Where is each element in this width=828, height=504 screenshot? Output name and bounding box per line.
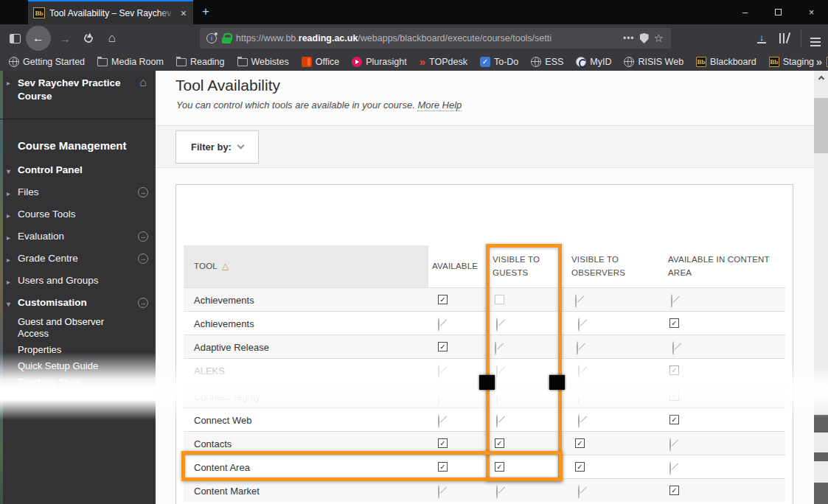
screenshot-tear-fade-left <box>0 352 156 420</box>
tab-close-icon[interactable]: × <box>179 8 188 18</box>
bookmark-label: MyID <box>590 57 611 67</box>
open-in-new-arrow-icon[interactable]: → <box>138 231 148 242</box>
new-tab-button[interactable]: + <box>202 4 209 19</box>
content_area-checkbox-checked[interactable]: ✓ <box>669 486 679 495</box>
available-checkbox-checked[interactable]: ✓ <box>438 342 448 351</box>
bookmark-label: To-Do <box>494 57 518 67</box>
sidebar-item-course-tools[interactable]: ▸Course Tools <box>0 203 156 225</box>
bookmark-label: RISIS Web <box>638 57 683 67</box>
triangle-right-icon[interactable]: ▸ <box>7 232 10 244</box>
triangle-right-icon[interactable]: ▸ <box>7 254 10 266</box>
available-checkbox-checked[interactable]: ✓ <box>438 295 448 304</box>
url-text[interactable]: https://www.bb.reading.ac.uk/webapps/bla… <box>236 33 618 43</box>
pocket-shield-icon[interactable] <box>640 33 649 43</box>
bookmarks-overflow-chevron[interactable]: » <box>816 55 822 68</box>
course-management-header: Course Management <box>18 139 156 152</box>
column-header-available-in-content-area: AVAILABLE IN CONTENT AREA <box>668 253 780 279</box>
sidebar-item-label: Course Tools <box>18 209 76 220</box>
bookmark-to-do[interactable]: ✓To-Do <box>480 57 518 67</box>
bookmark-risis-web[interactable]: RISIS Web <box>624 57 683 67</box>
table-row-achievements-1: Achievements✓ <box>184 311 785 335</box>
sidebar-toggle-button[interactable] <box>6 24 24 52</box>
reload-button[interactable] <box>80 24 97 52</box>
bookmark-ess[interactable]: ESS <box>531 57 563 67</box>
back-button[interactable]: ← <box>26 26 51 51</box>
open-in-new-arrow-icon[interactable]: → <box>138 187 148 197</box>
sidebar-item-evaluation[interactable]: ▸Evaluation→ <box>0 225 156 248</box>
bookmark-office[interactable]: Office <box>302 57 339 67</box>
library-button[interactable] <box>774 24 795 52</box>
triangle-right-icon[interactable]: ▸ <box>7 210 10 222</box>
bookmark-label: Getting Started <box>23 57 85 67</box>
forward-button[interactable]: → <box>56 24 74 52</box>
sidebar-item-control-panel[interactable]: ▾Control Panel <box>0 159 156 181</box>
bookmark-plurasight[interactable]: Plurasight <box>352 57 407 67</box>
available-not-available-icon <box>438 485 439 499</box>
content_area-not-available-icon <box>669 438 671 452</box>
available-checkbox-checked[interactable]: ✓ <box>438 438 448 448</box>
sidebar-toggle-icon <box>10 34 21 43</box>
highlight-box-content-area-row <box>181 451 563 481</box>
bookmark-webistes[interactable]: Webistes <box>237 57 289 67</box>
bookmark-reading[interactable]: Reading <box>176 57 225 67</box>
url-bar[interactable]: i https://www.bb.reading.ac.uk/webapps/b… <box>200 28 671 49</box>
sidebar-item-customisation[interactable]: ▾Customisation→ <box>0 292 156 314</box>
page-scrollbar[interactable] <box>814 71 828 504</box>
bookmark-topdesk[interactable]: »TOPdesk <box>420 57 467 67</box>
bookmark-star-icon[interactable]: ☆ <box>654 32 664 45</box>
triangle-down-icon[interactable]: ▾ <box>7 166 10 178</box>
observers-not-available-icon <box>577 341 578 355</box>
topdesk-icon: » <box>420 57 425 67</box>
bookmark-getting-started[interactable]: Getting Started <box>9 57 85 67</box>
menu-button[interactable] <box>805 24 826 52</box>
column-header-tool[interactable]: TOOL △ <box>194 259 229 273</box>
tab-title: Tool Availability – Sev Raychev <box>49 8 175 18</box>
bookmark-media-room[interactable]: Media Room <box>97 57 164 67</box>
course-sidebar: ▸ Sev Raychev Practice Course ⌂ Course M… <box>0 71 156 504</box>
sidebar-item-guest-and-observer-access[interactable]: Guest and Observer Access <box>0 314 156 342</box>
open-in-new-arrow-icon[interactable]: → <box>138 298 148 308</box>
scroll-up-button[interactable] <box>814 71 828 85</box>
more-help-link[interactable]: More Help <box>417 99 462 111</box>
downloads-button[interactable]: ↓ <box>752 24 771 52</box>
observers-checkbox-checked[interactable]: ✓ <box>575 438 585 448</box>
tab-tool-availability[interactable]: Bb Tool Availability – Sev Raychev × <box>28 0 193 24</box>
close-button[interactable]: × <box>795 0 828 24</box>
page-actions-icon[interactable]: ••• <box>623 33 635 43</box>
table-row-achievements-0: Achievements✓ <box>184 287 785 311</box>
triangle-right-icon[interactable]: ▸ <box>7 276 10 288</box>
minimize-button[interactable]: – <box>728 0 762 24</box>
sidebar-item-users-and-groups[interactable]: ▸Users and Groups <box>0 270 156 292</box>
scrollbar-thumb[interactable] <box>814 98 828 153</box>
course-home-icon[interactable]: ⌂ <box>139 76 147 89</box>
filter-by-dropdown[interactable]: Filter by: <box>175 130 259 164</box>
sort-ascending-icon[interactable]: △ <box>222 259 229 273</box>
triangle-right-icon[interactable]: ▸ <box>7 188 10 200</box>
https-lock-icon[interactable] <box>222 33 231 43</box>
sidebar-item-label: Files <box>18 186 39 197</box>
hamburger-icon <box>810 38 821 39</box>
myid-icon <box>576 57 586 67</box>
column-header-available: AVAILABLE <box>432 259 478 273</box>
pluralsight-icon <box>352 57 362 67</box>
maximize-button[interactable] <box>762 0 795 24</box>
sidebar-item-grade-centre[interactable]: ▸Grade Centre→ <box>0 248 156 270</box>
bookmark-myid[interactable]: MyID <box>576 57 611 67</box>
open-in-new-arrow-icon[interactable]: → <box>138 253 148 264</box>
bb-icon: Bb <box>696 57 706 67</box>
course-title[interactable]: Sev Raychev Practice Course <box>18 77 128 103</box>
content_area-checkbox-checked[interactable]: ✓ <box>669 318 679 328</box>
bookmark-blackboard[interactable]: BbBlackboard <box>696 57 756 67</box>
collapse-triangle-icon[interactable]: ▸ <box>7 79 10 87</box>
bookmark-staging[interactable]: BbStaging <box>769 57 814 67</box>
sidebar-item-files[interactable]: ▸Files→ <box>0 181 156 203</box>
content_area-not-available-icon <box>671 294 672 308</box>
observers-not-available-icon <box>575 294 577 308</box>
observers-checkbox-checked[interactable]: ✓ <box>575 462 585 472</box>
triangle-down-icon[interactable]: ▾ <box>7 298 10 310</box>
download-arrow-icon: ↓ <box>759 33 765 41</box>
course-header[interactable]: ▸ Sev Raychev Practice Course ⌂ <box>0 71 156 119</box>
tool-name: Achievements <box>194 295 254 306</box>
home-button[interactable]: ⌂ <box>103 24 121 52</box>
page-info-icon[interactable]: i <box>206 33 217 43</box>
